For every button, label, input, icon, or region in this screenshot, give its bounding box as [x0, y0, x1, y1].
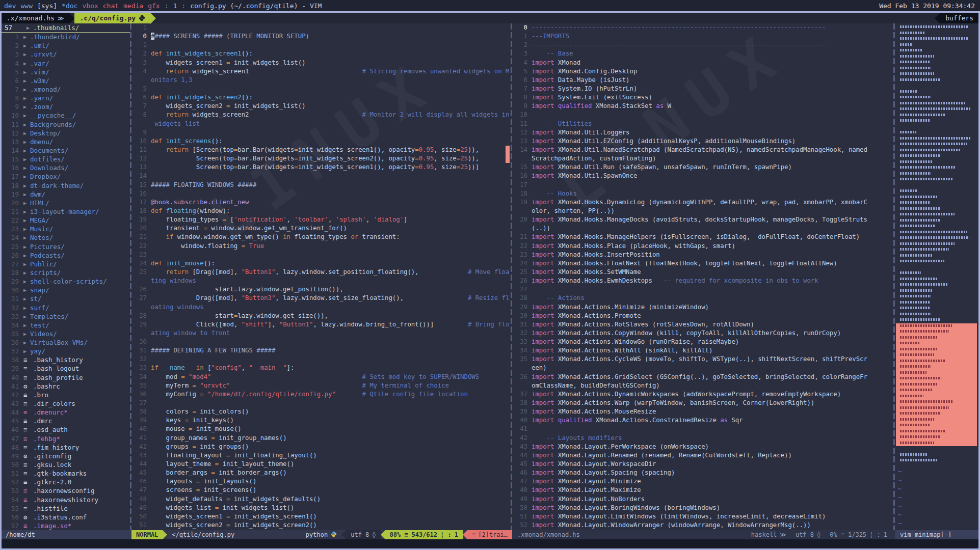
code-row[interactable]: 39 keys = init_keys(): [131, 416, 511, 425]
code-row[interactable]: 46import XMonad.Layout.Spacing (spacing): [512, 469, 893, 477]
code-row[interactable]: 23: [131, 251, 511, 259]
tree-row[interactable]: 47≡.fehbg*: [2, 434, 130, 443]
code-row[interactable]: 8 return widgets_screen2 # Monitor 2 wil…: [131, 111, 511, 119]
tree-row[interactable]: 57▶.thumbnails/: [2, 23, 130, 33]
code-row[interactable]: 37: [131, 399, 511, 407]
tree-row[interactable]: 41⚙.bashrc: [2, 382, 130, 391]
code-row[interactable]: 30import XMonad.Actions.Promote: [512, 312, 893, 320]
code-row[interactable]: 0##### SCREENS ##### (TRIPLE MONITOR SET…: [131, 32, 511, 41]
xmobar-segment[interactable]: :: [165, 2, 169, 10]
code-row[interactable]: 9import qualified XMonad.StackSet as W: [512, 102, 893, 111]
code-row[interactable]: 29 Click([mod, "shift"], "Button1", lazy…: [131, 320, 511, 329]
code-row[interactable]: 41 group_names = init_group_names(): [131, 434, 511, 443]
code-row[interactable]: 22import XMonad.Hooks.Place (placeHook, …: [512, 242, 893, 251]
code-row[interactable]: 23import XMonad.Hooks.InsertPosition: [512, 251, 893, 259]
tab-config-py-active[interactable]: .c/q/config.py: [74, 13, 150, 23]
code-row[interactable]: 30: [131, 338, 511, 346]
tree-row[interactable]: 34▶test/: [2, 321, 130, 329]
code-row[interactable]: 43 floating_layout = init_floating_layou…: [131, 451, 511, 460]
code-row[interactable]: 36 myConfig = "/home/dt/.config/qtile/co…: [131, 390, 511, 399]
tree-row[interactable]: 38≡.bash_history: [2, 355, 130, 364]
xmobar-segment[interactable]: [sys]: [37, 2, 57, 10]
code-row[interactable]: 40import qualified XMonad.Actions.Constr…: [512, 416, 893, 425]
tree-row[interactable]: 27▶Public/: [2, 260, 130, 268]
code-row[interactable]: 3 widgets_screen1 = init_widgets_list(): [131, 59, 511, 67]
tree-row[interactable]: 12▶Desktop/: [2, 129, 130, 138]
code-row[interactable]: 2---------------------------------------…: [512, 41, 893, 49]
tree-row[interactable]: 17▶Dropbox/: [2, 172, 130, 181]
xmobar-segment[interactable]: vbox: [82, 2, 98, 10]
code-row[interactable]: een): [512, 364, 893, 372]
code-row[interactable]: 26 start=lazy.window.get_position()),: [131, 285, 511, 294]
code-row[interactable]: ating window to front: [131, 329, 511, 338]
code-row[interactable]: 27: [512, 285, 893, 294]
tree-row[interactable]: 24▶Notes/: [2, 233, 130, 242]
code-row[interactable]: 32import XMonad.Actions.CopyWindow (kill…: [512, 329, 893, 338]
code-row[interactable]: 29import XMonad.Actions.Minimize (minimi…: [512, 303, 893, 312]
code-row[interactable]: 48import XMonad.Layout.Maximize: [512, 486, 893, 494]
code-row[interactable]: 39import XMonad.Actions.MouseResize: [512, 407, 893, 416]
tree-row[interactable]: 40≡.bash_profile: [2, 373, 130, 382]
code-row[interactable]: 25 return [Drag([mod], "Button1", lazy.w…: [131, 268, 511, 277]
tree-row[interactable]: 14▶Documents/: [2, 146, 130, 155]
config-py-pane[interactable]: LINUX 10##### SCREENS ##### (TRIPLE MONI…: [131, 23, 511, 530]
code-row[interactable]: 33if __name__ in ["config", "__main__"]:: [131, 364, 511, 372]
minimap-pane[interactable]: ~~~~~~~~: [895, 23, 978, 530]
tree-row[interactable]: 28▶scripts/: [2, 268, 130, 277]
code-row[interactable]: 13import XMonad.Util.EZConfig (additiona…: [512, 137, 893, 146]
xmobar-segment[interactable]: media: [123, 2, 143, 10]
code-row[interactable]: 52import XMonad.Layout.WindowArranger (w…: [512, 521, 893, 530]
tree-row[interactable]: 2▶.uml/: [2, 41, 130, 50]
code-row[interactable]: 24import XMonad.Hooks.FloatNext (floatNe…: [512, 259, 893, 268]
code-row[interactable]: 28 start=lazy.window.get_size()),: [131, 312, 511, 320]
tree-row[interactable]: 32▶surf/: [2, 304, 130, 312]
xmonad-hs-pane[interactable]: LINUX 0---------------------------------…: [512, 23, 893, 530]
code-row[interactable]: widgets_list: [131, 120, 511, 128]
code-row[interactable]: 14: [131, 172, 511, 180]
code-row[interactable]: 45 border_args = init_border_args(): [131, 469, 511, 477]
code-row[interactable]: 1---IMPORTS: [512, 32, 893, 41]
code-row[interactable]: 17: [512, 181, 893, 189]
code-row[interactable]: 33import XMonad.Actions.WindowGo (runOrR…: [512, 338, 893, 346]
tree-row[interactable]: 54≡.haxornewshistory: [2, 496, 130, 504]
code-row[interactable]: 41: [512, 425, 893, 433]
code-row[interactable]: 14import XMonad.Util.NamedScratchpad (Na…: [512, 146, 893, 154]
code-row[interactable]: 49import XMonad.Layout.NoBorders: [512, 495, 893, 504]
code-row[interactable]: 11 return [Screen(top=bar.Bar(widgets=in…: [131, 146, 511, 154]
tree-row[interactable]: 55≡.histfile: [2, 504, 130, 513]
code-row[interactable]: 47import XMonad.Layout.Minimize: [512, 477, 893, 486]
tree-row[interactable]: 37▶yay/: [2, 347, 130, 355]
code-row[interactable]: 38 colors = init_colors(): [131, 407, 511, 416]
code-row[interactable]: 25import XMonad.Hooks.SetWMName: [512, 268, 893, 277]
code-row[interactable]: 32: [131, 355, 511, 364]
code-row[interactable]: 43import XMonad.Layout.PerWorkspace (onW…: [512, 443, 893, 451]
code-row[interactable]: 7 widgets_screen2 = init_widgets_list(): [131, 102, 511, 111]
tree-row[interactable]: 13▶dmenu/: [2, 138, 130, 146]
xmobar-segment[interactable]: dev: [4, 2, 16, 10]
code-row[interactable]: 15##### FLOATING WINDOWS #####: [131, 181, 511, 189]
code-row[interactable]: 16: [131, 189, 511, 198]
code-row[interactable]: onitors 1,3: [131, 76, 511, 85]
code-row[interactable]: 10: [512, 111, 893, 119]
nerdtree-pane[interactable]: 57▶.thumbnails/1▶.thunderbird/2▶.uml/3▶.…: [2, 23, 130, 530]
code-row[interactable]: 31##### DEFINING A FEW THINGS #####: [131, 346, 511, 355]
code-row[interactable]: 18def floating(window):: [131, 207, 511, 215]
tree-row[interactable]: 36▶VirtualBox VMs/: [2, 338, 130, 347]
code-row[interactable]: 35import XMonad.Actions.CycleWS (moveTo,…: [512, 355, 893, 364]
tree-row[interactable]: 35▶Videos/: [2, 329, 130, 338]
tree-row[interactable]: 6▶.w3m/: [2, 76, 130, 85]
tree-row[interactable]: 5▶.vim/: [2, 68, 130, 76]
tree-row[interactable]: 4▶.var/: [2, 59, 130, 68]
code-row[interactable]: 28 -- Actions: [512, 294, 893, 302]
code-row[interactable]: ting windows: [131, 277, 511, 285]
tree-row[interactable]: 44≡.dmenurc*: [2, 408, 130, 417]
tree-row[interactable]: 50≡.gksu.lock: [2, 460, 130, 469]
code-row[interactable]: 48 widget_defaults = init_widgets_defaul…: [131, 495, 511, 504]
code-row[interactable]: 10def init_screens():: [131, 137, 511, 146]
tree-row[interactable]: 49⚙.gitconfig: [2, 452, 130, 460]
tree-row[interactable]: 18▶dt-dark-theme/: [2, 181, 130, 190]
xmobar-segment[interactable]: chat: [103, 2, 119, 10]
code-row[interactable]: 21import XMonad.Hooks.ManageHelpers (isF…: [512, 233, 893, 241]
code-row[interactable]: 34 mod = "mod4" # Sets mod key to SUPER/…: [131, 373, 511, 381]
code-row[interactable]: 12 Screen(top=bar.Bar(widgets=init_widge…: [131, 154, 511, 163]
